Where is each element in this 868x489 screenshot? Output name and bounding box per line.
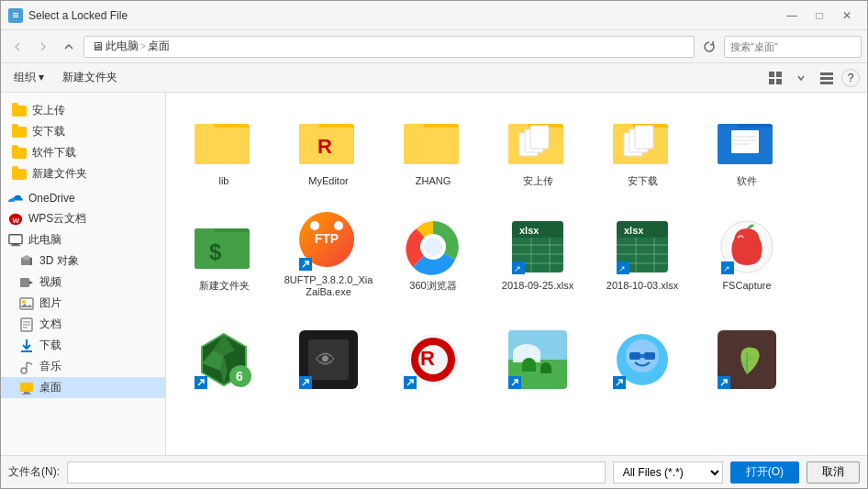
- search-input[interactable]: [730, 41, 857, 52]
- sidebar-item-ruanjianxiazai[interactable]: 软件下载: [1, 142, 165, 163]
- file-item-brown[interactable]: [696, 309, 797, 410]
- svg-rect-21: [20, 278, 29, 287]
- path-pc: 🖥 此电脑: [92, 39, 139, 54]
- file-item-360browser[interactable]: 360浏览器: [383, 205, 484, 306]
- maximize-button[interactable]: □: [807, 6, 832, 26]
- ftp-app-icon: FTP: [299, 212, 358, 271]
- sidebar-item-pictures[interactable]: 图片: [1, 293, 165, 314]
- svg-rect-12: [820, 82, 833, 84]
- svg-text:6: 6: [236, 369, 243, 383]
- sidebar-item-newfolder[interactable]: 新建文件夹: [1, 163, 165, 184]
- file-item-ruanjian[interactable]: 软件: [696, 100, 797, 201]
- svg-rect-2: [13, 17, 18, 17]
- forward-button[interactable]: [32, 36, 54, 58]
- sidebar-item-videos[interactable]: 视频: [1, 272, 165, 293]
- browser360-icon: [404, 217, 462, 276]
- view-large-icon-button[interactable]: [762, 67, 788, 89]
- content-area: 安上传 安下载 软件下载 新建文件夹: [1, 93, 867, 455]
- svg-rect-9: [776, 79, 782, 84]
- sidebar-item-onedrive[interactable]: OneDrive: [1, 188, 165, 208]
- svg-rect-35: [20, 383, 33, 392]
- file-item-lib[interactable]: lib: [173, 100, 274, 201]
- file-item-zhang[interactable]: ZHANG: [383, 100, 484, 201]
- address-bar: 🖥 此电脑 > 桌面: [1, 30, 867, 63]
- up-button[interactable]: [58, 36, 80, 58]
- toolbar: 组织 ▾ 新建文件夹 ?: [1, 63, 867, 93]
- file-name-zhang: ZHANG: [416, 175, 451, 187]
- file-item-scenery[interactable]: [487, 309, 588, 410]
- file-item-browser[interactable]: [592, 309, 693, 410]
- minimize-button[interactable]: —: [779, 6, 805, 26]
- folder-myeditor-icon: R: [299, 113, 358, 172]
- file-item-xlsx1[interactable]: xlsx ↗ 2018-09-25.xlsx: [487, 205, 588, 306]
- separator-1: >: [140, 41, 146, 51]
- file-item-game2[interactable]: 👁: [278, 309, 379, 410]
- brown-app-icon: [718, 330, 776, 389]
- file-name-xlsx2: 2018-10-03.xlsx: [606, 280, 678, 292]
- svg-rect-36: [24, 392, 29, 394]
- filetype-select[interactable]: All Files (*.*): [613, 461, 723, 483]
- sidebar-item-desktop[interactable]: 桌面: [1, 377, 165, 398]
- address-path[interactable]: 🖥 此电脑 > 桌面: [83, 36, 695, 58]
- open-button[interactable]: 打开(O): [730, 461, 799, 483]
- fscapture-icon: ↗: [718, 217, 776, 276]
- organize-button[interactable]: 组织 ▾: [8, 67, 50, 89]
- view-dropdown-button[interactable]: [790, 67, 812, 89]
- svg-rect-40: [195, 128, 250, 164]
- svg-point-73: [424, 238, 442, 256]
- svg-rect-17: [11, 245, 21, 246]
- file-item-rails[interactable]: R: [383, 309, 484, 410]
- scenery-icon: [508, 330, 567, 389]
- svg-text:W: W: [12, 216, 19, 224]
- file-item-newdir[interactable]: $ 新建文件夹: [173, 205, 274, 306]
- svg-text:↗: ↗: [723, 264, 730, 273]
- folder-ruanjian-icon: [718, 113, 776, 172]
- file-name-ftp: 8UFTP_3.8.2.0_XiaZaiBa.exe: [283, 274, 374, 298]
- close-button[interactable]: ✕: [834, 6, 860, 26]
- file-item-ftp[interactable]: FTP 8UFTP_3.8.2.0_Xia: [278, 205, 379, 306]
- svg-text:xlsx: xlsx: [519, 225, 540, 236]
- svg-text:xlsx: xlsx: [624, 225, 644, 236]
- sidebar-item-documents[interactable]: 文档: [1, 314, 165, 335]
- folder-icon: [12, 125, 27, 139]
- sidebar-item-music[interactable]: 音乐: [1, 356, 165, 377]
- folder-icon-large: [195, 113, 253, 172]
- help-button[interactable]: ?: [841, 69, 860, 87]
- refresh-button[interactable]: [698, 36, 720, 58]
- file-item-anxiazai[interactable]: 安下载: [592, 100, 693, 201]
- file-item-myeditor[interactable]: R MyEditor: [278, 100, 379, 201]
- filename-input[interactable]: [67, 461, 606, 483]
- sidebar: 安上传 安下载 软件下载 新建文件夹: [1, 93, 166, 455]
- pictures-icon: [19, 296, 34, 311]
- svg-point-24: [22, 300, 26, 304]
- file-name-ruanjian: 软件: [737, 175, 757, 187]
- view-details-button[interactable]: [814, 67, 840, 89]
- svg-marker-22: [29, 281, 33, 284]
- sidebar-item-wps[interactable]: W WPS云文档: [1, 208, 165, 229]
- main-file-area: lib R MyEditor: [166, 93, 867, 455]
- window-title: Select a Locked File: [28, 9, 779, 22]
- svg-text:R: R: [420, 347, 435, 370]
- sidebar-item-3dobjects[interactable]: 3D 对象: [1, 250, 165, 272]
- svg-rect-10: [820, 72, 833, 75]
- details-view-icon: [819, 71, 834, 85]
- sidebar-item-thispc[interactable]: 此电脑: [1, 229, 165, 250]
- back-button[interactable]: [6, 36, 28, 58]
- xlsx2-icon: xlsx ↗: [613, 217, 672, 276]
- quick-access: 安上传 安下载 软件下载 新建文件夹: [1, 96, 165, 188]
- search-box[interactable]: [724, 36, 862, 58]
- title-bar-buttons: — □ ✕: [779, 6, 860, 26]
- new-folder-button[interactable]: 新建文件夹: [57, 67, 123, 89]
- file-item-fscapture[interactable]: ↗ FSCapture: [696, 205, 797, 306]
- sidebar-item-ashangchuan[interactable]: 安上传: [1, 100, 165, 121]
- file-item-ashangchuan[interactable]: 安上传: [487, 100, 588, 201]
- cancel-button[interactable]: 取消: [807, 461, 860, 483]
- svg-rect-15: [9, 234, 22, 243]
- sidebar-item-downloads[interactable]: 下载: [1, 335, 165, 356]
- svg-rect-37: [22, 394, 31, 395]
- sidebar-item-anxiazai[interactable]: 安下载: [1, 121, 165, 142]
- file-item-rpg[interactable]: 6: [173, 309, 274, 410]
- file-item-xlsx2[interactable]: xlsx ↗ 2018-10-03.xlsx: [592, 205, 693, 306]
- svg-rect-112: [644, 352, 655, 360]
- svg-point-32: [21, 368, 27, 373]
